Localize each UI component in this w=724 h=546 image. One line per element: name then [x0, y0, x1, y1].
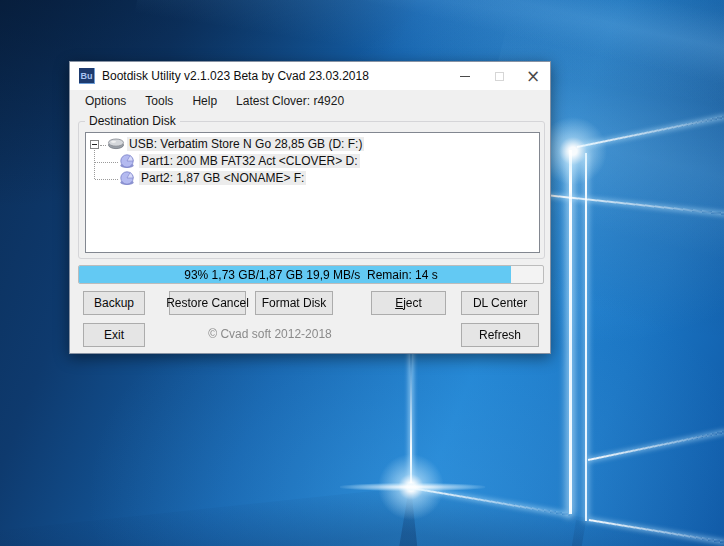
tree-item-usb-disk[interactable]: USB: Verbatim Store N Go 28,85 GB (D: F:…: [127, 137, 364, 151]
partition-icon: [119, 154, 135, 172]
wallpaper-logo-beam: [545, 194, 724, 215]
eject-accel: E: [395, 296, 403, 310]
tree-connector: [95, 162, 118, 163]
refresh-button[interactable]: Refresh: [461, 323, 539, 347]
wallpaper-logo-beam: [410, 352, 412, 489]
partition-icon: [119, 171, 135, 189]
exit-button[interactable]: Exit: [83, 323, 145, 347]
wallpaper-logo-beam: [588, 431, 724, 461]
menubar: Options Tools Help Latest Clover: r4920: [70, 90, 550, 112]
disk-treeview[interactable]: USB: Verbatim Store N Go 28,85 GB (D: F:…: [85, 132, 540, 253]
wallpaper-logo-beam: [569, 150, 572, 514]
app-window: Bu Bootdisk Utility v2.1.023 Beta by Cva…: [69, 61, 551, 354]
groupbox-label: Destination Disk: [85, 114, 180, 128]
eject-button[interactable]: Eject: [371, 291, 446, 315]
close-icon: ×: [526, 68, 540, 85]
tree-collapse-toggle[interactable]: [90, 140, 99, 149]
wallpaper-logo-beam: [577, 116, 724, 148]
disk-tree: USB: Verbatim Store N Go 28,85 GB (D: F:…: [86, 133, 539, 252]
usb-disk-icon: [107, 135, 125, 153]
wallpaper-logo-beam: [589, 519, 724, 543]
wallpaper-floor-shade: [0, 487, 425, 546]
tree-item-part2[interactable]: Part2: 1,87 GB <NONAME> F:: [139, 171, 306, 185]
format-disk-button[interactable]: Format Disk: [255, 291, 333, 315]
progress-label: 93% 1,73 GB/1,87 GB 19,9 MB/s Remain: 14…: [79, 268, 543, 282]
wallpaper-glow: [376, 452, 446, 522]
copyright-text: © Cvad soft 2012-2018: [180, 327, 360, 341]
dl-center-button[interactable]: DL Center: [461, 291, 539, 315]
eject-rest: ject: [403, 296, 422, 310]
restore-cancel-button[interactable]: Restore Cancel: [169, 291, 246, 315]
app-icon: Bu: [79, 68, 95, 84]
wallpaper-glow: [340, 483, 485, 491]
minimize-button[interactable]: [448, 62, 482, 90]
destination-disk-groupbox: Destination Disk USB: Verbatim Store N G…: [78, 121, 545, 259]
wallpaper-floor-shade: [562, 520, 724, 546]
maximize-icon: [495, 72, 504, 81]
wallpaper-logo-beam: [585, 153, 587, 521]
tree-connector: [94, 150, 95, 179]
caption-buttons: ×: [448, 62, 550, 90]
menu-latest-clover[interactable]: Latest Clover: r4920: [230, 92, 350, 110]
titlebar[interactable]: Bu Bootdisk Utility v2.1.023 Beta by Cva…: [70, 62, 550, 90]
tree-connector: [95, 179, 118, 180]
close-button[interactable]: ×: [516, 62, 550, 90]
minimize-icon: [460, 76, 470, 77]
menu-options[interactable]: Options: [79, 92, 132, 110]
backup-button[interactable]: Backup: [83, 291, 145, 315]
menu-help[interactable]: Help: [186, 92, 223, 110]
tree-connector: [100, 145, 106, 146]
menu-tools[interactable]: Tools: [139, 92, 179, 110]
maximize-button[interactable]: [482, 62, 516, 90]
window-title: Bootdisk Utility v2.1.023 Beta by Cvad 2…: [102, 69, 369, 83]
wallpaper-floor-shade: [391, 488, 587, 546]
wallpaper-logo-beam: [411, 487, 570, 516]
tree-item-part1[interactable]: Part1: 200 MB FAT32 Act <CLOVER> D:: [139, 154, 360, 168]
progress-bar: 93% 1,73 GB/1,87 GB 19,9 MB/s Remain: 14…: [78, 265, 544, 284]
